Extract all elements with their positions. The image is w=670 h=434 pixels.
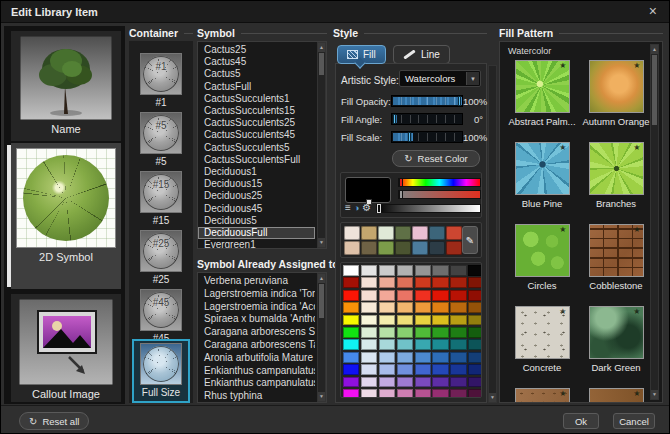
scroll-up-icon[interactable]: ▲ — [318, 274, 325, 283]
palette-color[interactable] — [343, 364, 359, 375]
pattern-item[interactable]: ★Abstract Palm... — [506, 60, 578, 127]
symbol-list-item[interactable]: Deciduous25 — [198, 190, 315, 202]
pattern-item[interactable]: ★ — [506, 388, 578, 403]
symbol-list-item[interactable]: CactusSucculents25 — [198, 117, 315, 129]
palette-color[interactable] — [450, 290, 466, 301]
palette-color[interactable] — [397, 364, 413, 375]
palette-color[interactable] — [468, 277, 482, 288]
palette-color[interactable] — [415, 339, 431, 350]
color-swatch[interactable] — [412, 241, 428, 255]
palette-color[interactable] — [361, 377, 377, 388]
symbol-list-item[interactable]: CactusFull — [198, 81, 315, 93]
hue-bar[interactable] — [398, 178, 481, 187]
palette-color[interactable] — [343, 339, 359, 350]
palette-color[interactable] — [343, 277, 359, 288]
symbol-list-scrollbar[interactable]: ▲ ▼ — [317, 42, 326, 248]
scroll-up-icon[interactable]: ▲ — [651, 45, 658, 54]
palette-color[interactable] — [397, 277, 413, 288]
palette-color[interactable] — [361, 302, 377, 313]
scroll-down-icon[interactable]: ▼ — [318, 238, 325, 247]
palette-color[interactable] — [468, 315, 482, 326]
pattern-item[interactable]: ★Concrete — [506, 306, 578, 373]
palette-color[interactable] — [379, 290, 395, 301]
palette-color[interactable] — [379, 389, 395, 398]
palette-color[interactable] — [415, 389, 431, 398]
palette-color[interactable] — [415, 265, 431, 276]
container-item[interactable]: #15#15 — [134, 171, 188, 226]
palette-color[interactable] — [343, 290, 359, 301]
palette-color[interactable] — [379, 339, 395, 350]
symbol-list-item[interactable]: CactusSucculentsFull — [198, 154, 315, 166]
color-swatch[interactable] — [361, 241, 377, 255]
palette-color[interactable] — [468, 352, 482, 363]
reset-color-button[interactable]: ↻ Reset Color — [392, 150, 480, 167]
scroll-up-icon[interactable]: ▲ — [318, 43, 325, 52]
value-bar[interactable] — [376, 204, 481, 213]
palette-color[interactable] — [415, 377, 431, 388]
palette-color[interactable] — [432, 377, 448, 388]
symbol-list-item[interactable]: Deciduous5 — [198, 215, 315, 227]
palette-color[interactable] — [343, 377, 359, 388]
palette-color[interactable] — [450, 265, 466, 276]
color-swatch[interactable] — [378, 241, 394, 255]
container-item[interactable]: #5#5 — [134, 112, 188, 167]
color-swatch[interactable] — [446, 241, 462, 255]
palette-color[interactable] — [361, 327, 377, 338]
symbol-list-item[interactable]: CactusSucculents1 — [198, 93, 315, 105]
palette-color[interactable] — [432, 352, 448, 363]
assigned-list-item[interactable]: Rhus typhina — [198, 390, 315, 403]
color-swatch[interactable] — [361, 226, 377, 240]
palette-color[interactable] — [450, 277, 466, 288]
palette-color[interactable] — [397, 389, 413, 398]
assigned-list-item[interactable]: Caragana arborescens Tall — [198, 339, 315, 352]
palette-color[interactable] — [379, 364, 395, 375]
color-swatch[interactable] — [378, 226, 394, 240]
palette-color[interactable] — [343, 265, 359, 276]
container-item[interactable]: Full Size — [132, 339, 190, 403]
scroll-down-icon[interactable]: ▼ — [489, 393, 496, 402]
palette-color[interactable] — [432, 389, 448, 398]
palette-color[interactable] — [468, 364, 482, 375]
palette-color[interactable] — [450, 364, 466, 375]
palette-color[interactable] — [415, 315, 431, 326]
pattern-item[interactable]: ★Dark Green — [580, 306, 652, 373]
palette-color[interactable] — [468, 339, 482, 350]
container-item[interactable]: #45#45 — [134, 289, 188, 344]
palette-color[interactable] — [432, 327, 448, 338]
palette-color[interactable] — [450, 389, 466, 398]
assigned-list-scrollbar[interactable]: ▲ ▼ — [317, 273, 326, 402]
callout-image-preview-card[interactable]: Callout Image — [11, 294, 121, 402]
color-swatch[interactable] — [344, 241, 360, 255]
palette-color[interactable] — [450, 302, 466, 313]
symbol-list-item[interactable]: Cactus25 — [198, 44, 315, 56]
scroll-down-icon[interactable]: ▼ — [651, 390, 658, 399]
pattern-item[interactable]: ★Branches — [580, 142, 652, 209]
symbol-list-item[interactable]: Cactus45 — [198, 56, 315, 68]
slider-handle[interactable] — [393, 114, 396, 124]
slider-handle[interactable] — [408, 132, 411, 142]
ok-button[interactable]: Ok — [563, 413, 599, 429]
palette-color[interactable] — [343, 389, 359, 398]
color-swatch[interactable] — [344, 226, 360, 240]
color-swatch[interactable] — [412, 226, 428, 240]
palette-color[interactable] — [415, 352, 431, 363]
edit-swatch-button[interactable]: ✎ — [462, 226, 478, 254]
scroll-down-icon[interactable]: ▼ — [318, 392, 325, 401]
symbol-list-item[interactable]: CactusSucculents45 — [198, 129, 315, 141]
saturation-bar[interactable] — [398, 190, 481, 199]
assigned-list-item[interactable]: Enkianthus campanulatus Unbloo — [198, 365, 315, 378]
palette-color[interactable] — [468, 265, 482, 276]
slider-track[interactable] — [391, 131, 463, 143]
palette-color[interactable] — [468, 377, 482, 388]
symbol-list-item[interactable]: Deciduous15 — [198, 178, 315, 190]
slider-handle[interactable] — [458, 96, 461, 106]
palette-color[interactable] — [432, 290, 448, 301]
palette-color[interactable] — [450, 327, 466, 338]
palette-color[interactable] — [361, 277, 377, 288]
palette-color[interactable] — [468, 327, 482, 338]
palette-color[interactable] — [397, 339, 413, 350]
pattern-item[interactable]: ★ — [580, 388, 652, 403]
tab-line[interactable]: Line — [393, 45, 450, 64]
color-swatch[interactable] — [429, 226, 445, 240]
symbol-list-item[interactable]: Evergreen1 — [198, 239, 315, 249]
